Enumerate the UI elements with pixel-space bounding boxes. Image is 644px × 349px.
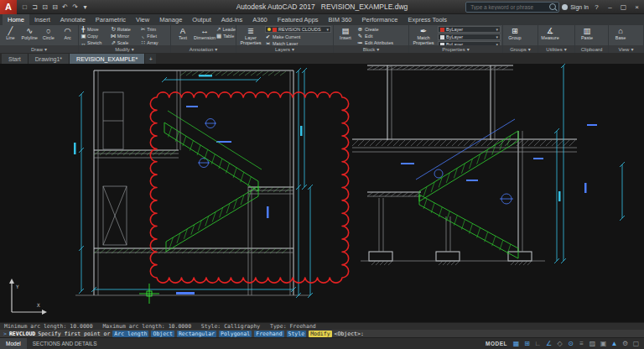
lineweight-icon[interactable]: ≡ <box>576 340 587 347</box>
option-arc-length[interactable]: Arc length <box>112 331 148 337</box>
maximize-button[interactable]: ▢ <box>618 3 629 11</box>
redo-icon[interactable]: ↷ <box>70 3 80 11</box>
file-tab-drawing1[interactable]: Drawing1* <box>29 54 70 64</box>
panel-title-groups[interactable]: Groups▾ <box>503 45 538 53</box>
tab-a360[interactable]: A360 <box>247 14 273 25</box>
leader-button[interactable]: ↗Leader <box>216 26 234 32</box>
help-search-box[interactable] <box>465 2 559 13</box>
tab-annotate[interactable]: Annotate <box>55 14 91 25</box>
file-tab-start[interactable]: Start <box>2 54 29 64</box>
copy-button[interactable]: ▣Copy <box>80 33 109 39</box>
isodraft-icon[interactable]: ◇ <box>554 340 565 347</box>
help-icon[interactable]: ? <box>591 3 602 11</box>
tab-express-tools[interactable]: Express Tools <box>402 14 452 25</box>
group-button[interactable]: ⊞Group <box>505 26 525 44</box>
transparency-icon[interactable]: ▨ <box>587 340 598 347</box>
line-button[interactable]: ╱Line <box>2 26 19 44</box>
fillet-button[interactable]: ◟Fillet <box>140 33 169 39</box>
panel-title-clipboard[interactable]: Clipboard <box>575 45 608 53</box>
new-drawing-tab-button[interactable]: + <box>145 54 156 64</box>
edit-label: Edit <box>365 34 372 39</box>
create-label: Create <box>365 27 379 32</box>
paste-button[interactable]: ▥Paste <box>577 26 597 44</box>
layout-tab[interactable]: SECTIONS AND DETAILS <box>27 338 103 349</box>
open-icon[interactable]: ⊐ <box>30 3 39 11</box>
tab-home[interactable]: Home <box>3 14 29 25</box>
tab-featured-apps[interactable]: Featured Apps <box>273 14 324 25</box>
trim-button[interactable]: ✂Trim <box>140 26 169 33</box>
object-color-dropdown[interactable]: ByLayer▾ <box>438 26 501 33</box>
tab-performance[interactable]: Performance <box>357 14 403 25</box>
tab-parametric[interactable]: Parametric <box>91 14 131 25</box>
clean-screen-icon[interactable]: ▢ <box>631 340 641 347</box>
make-current-button[interactable]: ✔Make Current <box>265 34 331 39</box>
selection-cycling-icon[interactable]: ▣ <box>598 340 609 347</box>
new-icon[interactable]: □ <box>20 3 29 11</box>
circle-button[interactable]: ○Circle <box>40 26 58 44</box>
measure-button[interactable]: ∡Measure <box>540 26 560 44</box>
scale-button[interactable]: ⇗Scale <box>111 39 139 45</box>
search-input[interactable] <box>469 3 547 11</box>
panel-title-draw[interactable]: Draw▾ <box>0 45 78 53</box>
panel-title-properties[interactable]: Properties▾ <box>409 45 502 53</box>
panel-title-utilities[interactable]: Utilities▾ <box>538 45 574 53</box>
rotate-button[interactable]: ↻Rotate <box>111 26 139 33</box>
create-block-button[interactable]: ⊕Create <box>357 26 407 32</box>
ortho-icon[interactable]: ∟ <box>532 340 543 347</box>
tab-bim360[interactable]: BIM 360 <box>324 14 357 25</box>
sign-in-button[interactable]: Sign In <box>570 4 589 10</box>
dimension-button[interactable]: ↔Dimension <box>195 26 215 44</box>
workspace-dropdown-icon[interactable]: ▾ <box>80 3 90 11</box>
tab-insert[interactable]: Insert <box>29 14 55 25</box>
array-button[interactable]: ∷Array <box>140 39 169 45</box>
lineweight-dropdown[interactable]: ByLayer▾ <box>438 34 501 40</box>
annotation-scale-icon[interactable]: ▲ <box>609 340 620 347</box>
search-icon[interactable] <box>549 3 556 10</box>
model-paper-toggle[interactable]: MODEL <box>482 341 511 346</box>
tab-manage[interactable]: Manage <box>154 14 187 25</box>
option-freehand[interactable]: Freehand <box>254 331 283 337</box>
insert-button[interactable]: ▤Insert <box>335 26 356 44</box>
edit-block-button[interactable]: ✎Edit <box>357 33 407 39</box>
app-menu-button[interactable]: A <box>0 0 17 14</box>
cad-drawing[interactable]: X Y <box>0 64 644 322</box>
option-rectangular[interactable]: Rectangular <box>177 331 216 337</box>
panel-title-annotation[interactable]: Annotation▾ <box>171 45 236 53</box>
model-space-canvas[interactable]: X Y <box>0 64 644 322</box>
save-icon[interactable]: ⊡ <box>40 3 49 11</box>
edit-attributes-button[interactable]: ≔Edit Attributes <box>357 39 407 45</box>
option-modify[interactable]: Modify <box>309 331 331 337</box>
table-button[interactable]: ▦Table <box>216 33 234 39</box>
model-space-tab[interactable]: Model <box>0 338 27 349</box>
snap-icon[interactable]: ⊞ <box>522 340 532 347</box>
option-style[interactable]: Style <box>287 331 307 337</box>
close-button[interactable]: × <box>631 3 642 11</box>
base-view-button[interactable]: ⌂Base <box>610 26 631 44</box>
plot-icon[interactable]: ⊟ <box>50 3 60 11</box>
tab-output[interactable]: Output <box>187 14 216 25</box>
minimize-button[interactable]: – <box>605 3 615 11</box>
panel-title-view[interactable]: View▾ <box>609 45 643 53</box>
panel-title-layers[interactable]: Layers▾ <box>236 45 333 53</box>
option-object[interactable]: Object <box>151 331 174 337</box>
mirror-button[interactable]: ⋈Mirror <box>111 33 139 39</box>
layer-dropdown[interactable]: REVISION CLOUDS▾ <box>265 26 331 33</box>
osnap-icon[interactable]: ⊙ <box>565 340 576 347</box>
polyline-button[interactable]: ∿Polyline <box>21 26 39 44</box>
tab-addins[interactable]: Add-ins <box>216 14 247 25</box>
move-button[interactable]: ╋Move <box>80 26 109 33</box>
grid-icon[interactable]: ▦ <box>511 340 522 347</box>
panel-title-block[interactable]: Block▾ <box>334 45 408 53</box>
option-polygonal[interactable]: Polygonal <box>219 331 252 337</box>
polar-tracking-icon[interactable]: ∠ <box>543 340 554 347</box>
undo-icon[interactable]: ↶ <box>60 3 70 11</box>
command-input-line[interactable]: > REVCLOUD Specify first point or Arc le… <box>0 330 644 337</box>
tab-view[interactable]: View <box>131 14 154 25</box>
workspace-gear-icon[interactable]: ⚙ <box>620 340 631 347</box>
layer-properties-button[interactable]: ≣Layer Properties <box>238 26 263 44</box>
arc-button[interactable]: ◠Arc <box>59 26 76 44</box>
panel-title-modify[interactable]: Modify▾ <box>79 45 170 53</box>
text-button[interactable]: AText <box>173 26 193 44</box>
match-properties-button[interactable]: ✒Match Properties <box>411 26 436 44</box>
file-tab-revision-example[interactable]: REVISION_EXAMPLE* <box>70 54 145 64</box>
